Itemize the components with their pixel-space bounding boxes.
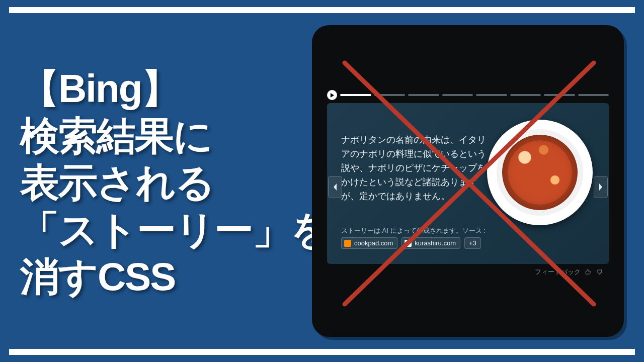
svg-marker-1: [334, 184, 337, 191]
favicon-icon: [405, 240, 412, 247]
next-button[interactable]: [594, 176, 608, 198]
favicon-icon: [344, 240, 351, 247]
thumb-up-icon[interactable]: [585, 268, 592, 276]
chevron-left-icon: [333, 184, 338, 191]
border-bottom: [9, 349, 635, 355]
title-line-4: 「ストーリー」を: [20, 207, 330, 254]
progress-segment-5[interactable]: [476, 94, 507, 96]
chip-label: kurashiru.com: [415, 239, 456, 247]
svg-marker-2: [599, 184, 602, 191]
chip-label: cookpad.com: [354, 239, 393, 247]
svg-marker-0: [330, 93, 334, 98]
source-chip-cookpad[interactable]: cookpad.com: [341, 237, 397, 249]
progress-segment-8[interactable]: [578, 94, 609, 96]
ai-source-label: ストーリーは AI によって生成されます。ソース :: [341, 226, 486, 235]
prev-button[interactable]: [328, 176, 342, 198]
chevron-right-icon: [598, 184, 603, 191]
title-line-2: 検索結果に: [20, 113, 330, 160]
progress-segment-3[interactable]: [408, 94, 439, 96]
border-top: [9, 7, 635, 13]
story-body-text: ナポリタンの名前の由来は、イタリアのナポリの料理に似ているという説や、ナポリのピ…: [341, 133, 492, 203]
progress-segment-2[interactable]: [374, 94, 406, 96]
chip-label: +3: [469, 239, 476, 247]
title-block: 【Bing】 検索結果に 表示される 「ストーリー」を 消すCSS: [20, 65, 330, 301]
title-line-1: 【Bing】: [20, 65, 330, 113]
source-chips: cookpad.com kurashiru.com +3: [341, 237, 481, 249]
play-icon: [330, 93, 335, 98]
story-card: ナポリタンの名前の由来は、イタリアのナポリの料理に似ているという説や、ナポリのピ…: [312, 25, 624, 337]
source-chip-more[interactable]: +3: [464, 237, 481, 249]
progress-segment-6[interactable]: [510, 94, 541, 96]
progress-segment-4[interactable]: [442, 94, 473, 96]
thumb-down-icon[interactable]: [596, 268, 603, 276]
feedback-row: フィードバック: [535, 267, 603, 277]
story-progress-bar: [327, 89, 609, 101]
pasta-illustration: [502, 135, 578, 210]
progress-segment-7[interactable]: [544, 94, 575, 96]
title-line-3: 表示される: [20, 159, 330, 207]
feedback-label: フィードバック: [535, 267, 581, 277]
source-chip-kurashiru[interactable]: kurashiru.com: [401, 237, 460, 249]
play-button[interactable]: [327, 90, 337, 100]
progress-segment-1[interactable]: [340, 94, 371, 96]
story-image: [487, 120, 593, 225]
title-line-5: 消すCSS: [20, 253, 330, 301]
